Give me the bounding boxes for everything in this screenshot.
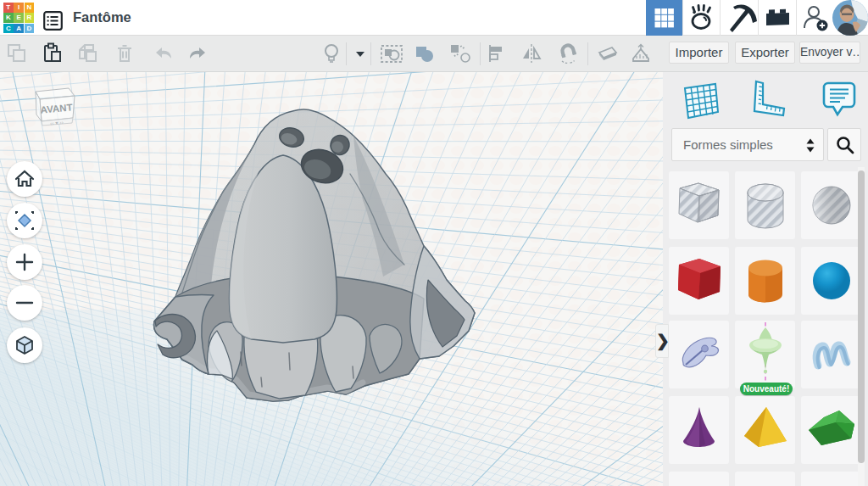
svg-text:‹‹ ▾ ››: ‹‹ ▾ ››: [50, 119, 64, 126]
